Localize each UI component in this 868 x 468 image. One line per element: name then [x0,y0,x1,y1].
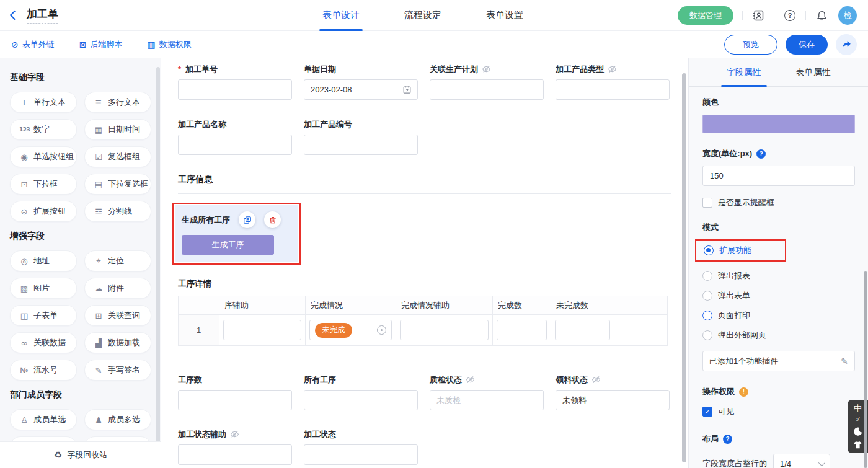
edit-icon[interactable]: ✎ [841,356,848,366]
user-avatar[interactable]: 检 [838,6,857,25]
mode-popup-form[interactable]: 弹出表单 [702,290,854,301]
field-related-production-plan[interactable]: 关联生产计划 [430,64,544,100]
copy-field-button[interactable] [239,211,255,228]
notification-bell-icon[interactable] [815,9,828,22]
form-external-link[interactable]: ⊘ 表单外链 [11,39,55,50]
field-item-subform[interactable]: ◫子表单 [10,305,77,326]
share-button[interactable] [836,34,857,55]
preview-button[interactable]: 预览 [724,35,777,55]
field-process-status-helper[interactable]: 加工状态辅助 [178,429,292,465]
completion-input[interactable]: 未完成 [309,320,392,340]
field-item-signature[interactable]: ✎手写签名 [84,360,151,381]
generate-process-button[interactable]: 生成工序 [182,235,274,255]
field-item-number[interactable]: 123数字 [10,119,77,140]
canvas-scrollbar[interactable] [682,73,686,462]
ime-punctuation-icon[interactable]: ɔ' [856,417,859,422]
sidebar-scrollbar[interactable] [156,67,160,446]
mode-popup-external[interactable]: 弹出外部网页 [702,330,854,341]
field-qc-status[interactable]: 质检状态 未质检 [430,374,544,410]
form-title[interactable]: 加工单 [27,7,58,24]
tab-form-setting[interactable]: 表单设置 [486,0,523,31]
field-item-radio-group[interactable]: ◉单选按钮组 [10,146,77,167]
width-input[interactable]: 150 [702,166,855,186]
process-status-helper-input[interactable] [178,444,292,465]
related-production-plan-input[interactable] [430,79,544,100]
tab-field-properties[interactable]: 字段属性 [727,58,761,87]
field-product-code[interactable]: 加工产品编号 [304,119,418,155]
back-icon[interactable] [10,11,20,20]
shirt-skin-icon[interactable] [853,441,862,449]
field-item-extend-button[interactable]: ⊜扩展按钮 [10,201,77,222]
field-recycle-bin[interactable]: ♻ 字段回收站 [0,441,161,468]
field-item-image[interactable]: ▧图片 [10,278,77,299]
process-status-input[interactable] [304,444,418,465]
process-order-no-input[interactable] [178,79,292,100]
help-icon[interactable]: ? [783,9,797,22]
tab-form-properties[interactable]: 表单属性 [796,58,831,87]
field-item-related-data[interactable]: ∞关联数据 [10,332,77,353]
field-item-member-multi[interactable]: ♟成员多选 [84,409,151,430]
reminder-checkbox[interactable] [702,198,712,208]
save-button[interactable]: 保存 [786,35,828,55]
mode-popup-report[interactable]: 弹出报表 [702,270,854,281]
help-icon[interactable]: ? [723,435,732,444]
field-product-name[interactable]: 加工产品名称 [178,119,292,155]
process-count-input[interactable] [178,390,292,410]
qc-status-input[interactable]: 未质检 [430,390,544,410]
field-document-date[interactable]: 单据日期 2023-02-08 [304,64,418,100]
visible-checkbox[interactable]: ✓ [702,407,712,417]
product-type-input[interactable] [556,79,670,100]
tab-flow-setting[interactable]: 流程设定 [404,0,441,31]
moon-icon[interactable] [853,426,863,436]
field-process-count[interactable]: 工序数 [178,374,292,410]
page-scrollbar[interactable] [864,271,867,468]
data-permission-link[interactable]: ▥ 数据权限 [147,39,191,50]
field-item-dropdown-multi[interactable]: ▤下拉复选框 [84,174,151,195]
field-item-datetime[interactable]: ▦日期时间 [84,119,151,140]
seq-helper-input[interactable] [223,320,301,340]
layout-width-select[interactable]: 1/4 [773,454,830,468]
mode-extend-function[interactable]: 扩展功能 [704,245,777,256]
color-swatch[interactable] [702,115,855,133]
backend-script-link[interactable]: ⊠ 后端脚本 [79,39,123,50]
document-date-input[interactable]: 2023-02-08 [304,79,418,100]
help-icon[interactable]: ? [756,149,766,159]
radio-icon [702,271,712,281]
data-manage-button[interactable]: 数据管理 [678,6,733,25]
address-book-icon[interactable] [751,9,765,22]
product-code-input[interactable] [304,135,418,155]
completed-count-input[interactable] [497,320,547,340]
field-item-related-query[interactable]: ⊞关联查询 [84,305,151,326]
field-all-processes[interactable]: 所有工序 [304,374,418,410]
mode-page-print[interactable]: 页面打印 [702,310,854,321]
field-process-status[interactable]: 加工状态 [304,429,418,465]
field-process-order-no[interactable]: *加工单号 [178,64,292,100]
product-name-input[interactable] [178,135,292,155]
field-item-divider[interactable]: ☲分割线 [84,201,151,222]
field-item-address[interactable]: ◎地址 [10,250,77,272]
field-item-data-load[interactable]: ▟数据加载 [84,332,151,353]
uncompleted-count-input[interactable] [555,320,610,340]
field-item-location[interactable]: ⌖定位 [84,250,151,272]
field-product-type[interactable]: 加工产品类型 [556,64,670,100]
field-material-status[interactable]: 领料状态 未领料 [556,374,670,410]
reminder-checkbox-row[interactable]: 是否显示提醒框 [702,197,854,208]
ime-language-indicator[interactable]: 中 [854,404,862,412]
field-item-attachment[interactable]: ☁附件 [84,278,151,299]
field-item-serial-number[interactable]: №流水号 [10,360,77,381]
field-item-multi-text[interactable]: ≣多行文本 [84,92,151,113]
all-processes-input[interactable] [304,390,418,410]
field-item-single-text[interactable]: T单行文本 [10,92,77,113]
delete-field-button[interactable] [264,211,281,228]
property-panel: 字段属性 表单属性 颜色 宽度(单位:px) ? 150 是否显示提醒框 模式 … [688,58,868,468]
plugin-config-box[interactable]: 已添加1个功能插件 ✎ [702,351,855,371]
material-status-input[interactable]: 未领料 [556,390,670,410]
tab-form-design[interactable]: 表单设计 [322,0,360,31]
field-item-dropdown[interactable]: ⊡下拉框 [10,174,77,195]
required-mark: * [178,64,181,74]
field-item-member-single[interactable]: ♙成员单选 [10,409,77,430]
completion-helper-input[interactable] [400,320,489,340]
visible-checkbox-row[interactable]: ✓ 可见 [702,406,854,417]
selected-field-generate-processes[interactable]: 生成所有工序 生成工序 [175,205,298,262]
field-item-checkbox-group[interactable]: ☑复选框组 [84,146,151,167]
